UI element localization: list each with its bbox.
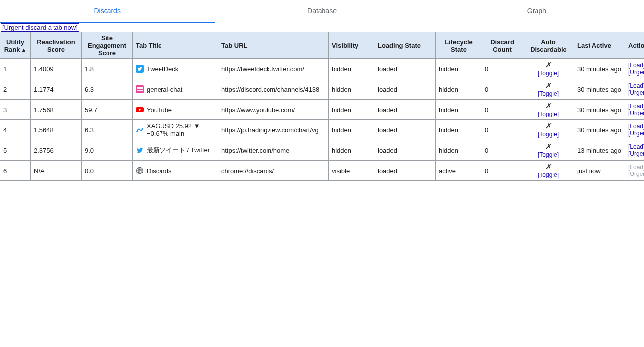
cell-last-active: 30 minutes ago [574,100,625,120]
table-row: 6N/A0.0Discardschrome://discards/visible… [0,161,644,181]
cell-utility-rank: 2 [0,79,31,100]
cell-visibility: hidden [329,140,375,161]
cell-last-active: 30 minutes ago [574,79,625,100]
cell-tab-url: https://tweetdeck.twitter.com/ [218,59,329,79]
cell-lifecycle-state: hidden [436,140,482,161]
tweetdeck-icon [136,65,144,73]
cell-auto-discardable: ✗[Toggle] [523,120,574,140]
urgent-discard-action-link[interactable]: [Urgent Discard] [628,130,644,137]
toggle-auto-discardable-link[interactable]: [Toggle] [538,151,559,158]
cell-discard-count: 0 [482,59,523,79]
toggle-auto-discardable-link[interactable]: [Toggle] [538,172,559,178]
cell-engagement-score: 6.3 [82,79,133,100]
twitter-icon [136,146,144,154]
cell-actions: [Load][Urgent Discard] [625,161,644,181]
urgent-discard-action-link: [Urgent Discard] [628,171,644,177]
cell-reactivation-score: 1.7568 [31,100,82,120]
urgent-discard-now-link[interactable]: [Urgent discard a tab now] [1,23,79,32]
youtube-icon [136,106,144,114]
cell-lifecycle-state: active [436,161,482,181]
tab-title-text: TweetDeck [147,65,178,73]
cell-visibility: hidden [329,79,375,100]
cell-last-active: 30 minutes ago [574,59,625,79]
toggle-auto-discardable-link[interactable]: [Toggle] [538,111,559,117]
col-reactivation-score[interactable]: Reactivation Score [31,32,82,59]
cell-actions: [Load][Urgent Discard] [625,120,644,140]
cell-auto-discardable: ✗[Toggle] [523,59,574,79]
cell-tab-url: https://twitter.com/home [218,140,329,161]
urgent-discard-action-link[interactable]: [Urgent Discard] [628,150,644,157]
tab-database[interactable]: Database [215,0,429,23]
load-action-link[interactable]: [Load] [628,62,644,69]
tradingview-icon [136,126,144,134]
cell-engagement-score: 6.3 [82,120,133,140]
cell-engagement-score: 0.0 [82,161,133,181]
col-tab-title[interactable]: Tab Title [133,32,218,59]
cell-reactivation-score: 1.1774 [31,79,82,100]
cell-discard-count: 0 [482,140,523,161]
cell-visibility: hidden [329,100,375,120]
urgent-discard-action-link[interactable]: [Urgent Discard] [628,110,644,116]
cell-tab-url: https://discord.com/channels/4138 [218,79,329,100]
urgent-discard-action-link[interactable]: [Urgent Discard] [628,69,644,76]
cell-utility-rank: 1 [0,59,31,79]
col-tab-url[interactable]: Tab URL [218,32,329,59]
cell-tab-title: XAGUSD 25.92 ▼ −0.67% main [133,120,218,140]
col-actions[interactable]: Actions [625,32,644,59]
col-utility-rank[interactable]: Utility Rank▲ [0,32,31,59]
load-action-link[interactable]: [Load] [628,103,644,110]
col-discard-count[interactable]: Discard Count [482,32,523,59]
svg-rect-2 [137,87,143,89]
cell-loading-state: loaded [375,79,436,100]
svg-point-6 [137,131,138,132]
cell-last-active: just now [574,161,625,181]
auto-discardable-x-icon: ✗ [545,82,551,89]
cell-tab-title: 最新ツイート / Twitter [133,140,218,161]
urgent-discard-action-link[interactable]: [Urgent Discard] [628,89,644,96]
load-action-link[interactable]: [Load] [628,123,644,130]
cell-reactivation-score: 1.4009 [31,59,82,79]
toggle-auto-discardable-link[interactable]: [Toggle] [538,90,559,97]
cell-actions: [Load][Urgent Discard] [625,100,644,120]
col-last-active[interactable]: Last Active [574,32,625,59]
cell-reactivation-score: 1.5648 [31,120,82,140]
cell-engagement-score: 9.0 [82,140,133,161]
toggle-auto-discardable-link[interactable]: [Toggle] [538,70,559,77]
cell-tab-url: https://www.youtube.com/ [218,100,329,120]
cell-loading-state: loaded [375,100,436,120]
cell-tab-title: TweetDeck [133,59,218,79]
discards-table: Utility Rank▲ Reactivation Score Site En… [0,32,644,181]
tab-graph[interactable]: Graph [429,0,644,23]
toggle-auto-discardable-link[interactable]: [Toggle] [538,131,559,138]
discord-icon [136,85,144,93]
load-action-link[interactable]: [Load] [628,143,644,150]
cell-utility-rank: 5 [0,140,31,161]
auto-discardable-x-icon: ✗ [545,102,551,110]
col-auto-discardable[interactable]: Auto Discardable [523,32,574,59]
cell-actions: [Load][Urgent Discard] [625,140,644,161]
cell-reactivation-score: 2.3756 [31,140,82,161]
cell-auto-discardable: ✗[Toggle] [523,161,574,181]
cell-loading-state: loaded [375,59,436,79]
col-visibility[interactable]: Visibility [329,32,375,59]
cell-engagement-score: 1.8 [82,59,133,79]
col-lifecycle-state[interactable]: Lifecycle State [436,32,482,59]
cell-auto-discardable: ✗[Toggle] [523,140,574,161]
cell-actions: [Load][Urgent Discard] [625,79,644,100]
auto-discardable-x-icon: ✗ [545,163,551,171]
cell-tab-title: general-chat [133,79,218,100]
col-loading-state[interactable]: Loading State [375,32,436,59]
load-action-link[interactable]: [Load] [628,82,644,89]
cell-utility-rank: 3 [0,100,31,120]
svg-rect-1 [136,85,144,93]
tab-discards[interactable]: Discards [0,0,215,23]
cell-lifecycle-state: hidden [436,120,482,140]
tab-title-text: YouTube [147,106,172,114]
cell-utility-rank: 6 [0,161,31,181]
cell-tab-url: https://jp.tradingview.com/chart/vg [218,120,329,140]
svg-rect-3 [137,90,143,91]
auto-discardable-x-icon: ✗ [545,122,551,130]
col-site-engagement-score[interactable]: Site Engagement Score [82,32,133,59]
sort-arrow-icon: ▲ [21,47,26,53]
cell-last-active: 30 minutes ago [574,120,625,140]
